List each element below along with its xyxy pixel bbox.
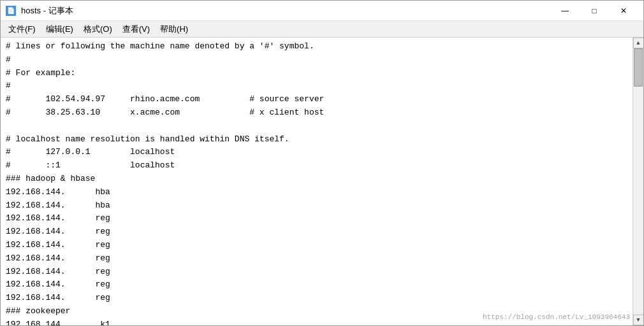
menu-item[interactable]: 帮助(H) [155,22,193,36]
menu-item[interactable]: 格式(O) [78,22,117,36]
content-area: # lines or following the machine name de… [1,38,643,325]
menu-bar: 文件(F)编辑(E)格式(O)查看(V)帮助(H) [1,21,643,38]
maximize-button[interactable]: □ [580,1,609,21]
window-controls: — □ ✕ [550,1,638,21]
menu-item[interactable]: 文件(F) [3,22,41,36]
window-title: hosts - 记事本 [21,5,73,17]
menu-item[interactable]: 查看(V) [117,22,155,36]
vertical-scrollbar: ▲ ▼ [633,38,643,325]
app-icon: 📄 [6,6,16,16]
scroll-down-arrow[interactable]: ▼ [633,315,644,325]
scroll-up-arrow[interactable]: ▲ [633,38,644,48]
menu-item[interactable]: 编辑(E) [41,22,78,36]
title-bar: 📄 hosts - 记事本 — □ ✕ [1,1,643,21]
text-editor[interactable]: # lines or following the machine name de… [1,38,633,325]
title-bar-left: 📄 hosts - 记事本 [6,5,73,17]
close-button[interactable]: ✕ [609,1,638,21]
scrollbar-track [633,48,643,315]
notepad-window: 📄 hosts - 记事本 — □ ✕ 文件(F)编辑(E)格式(O)查看(V)… [0,0,644,326]
scrollbar-thumb[interactable] [634,48,643,87]
minimize-button[interactable]: — [550,1,580,21]
